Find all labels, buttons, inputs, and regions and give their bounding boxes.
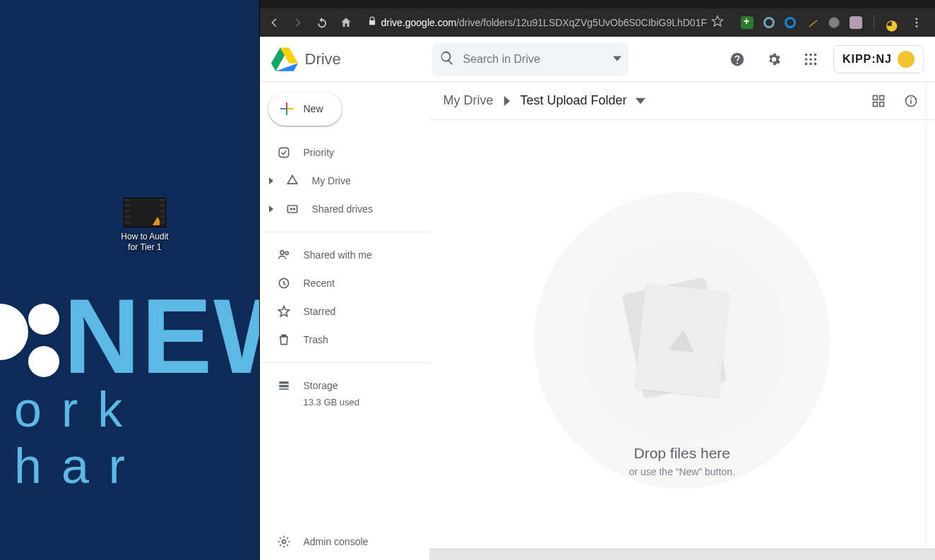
svg-point-2	[916, 25, 918, 28]
svg-point-26	[282, 540, 285, 544]
sidebar-item-admin-console[interactable]: Admin console	[260, 528, 429, 556]
org-brand-label: KIPP:NJ	[842, 53, 892, 66]
extension-icon-3[interactable]	[785, 17, 796, 28]
breadcrumb-current[interactable]: Test Upload Folder	[520, 93, 627, 108]
my-drive-icon	[285, 174, 299, 188]
sidebar-item-starred[interactable]: Starred	[260, 297, 429, 326]
browser-menu-button[interactable]	[908, 14, 925, 31]
sidebar-item-label: Recent	[304, 278, 335, 289]
sidebar-item-label: Starred	[304, 306, 336, 317]
plus-icon	[278, 100, 295, 117]
new-button[interactable]: New	[268, 92, 342, 126]
svg-point-7	[809, 58, 812, 61]
svg-point-5	[814, 53, 816, 56]
tab-strip[interactable]	[260, 0, 936, 8]
extensions-row: ⟋ ◕	[737, 14, 929, 31]
sidebar-item-label: Storage	[304, 380, 338, 391]
bookmark-star-icon[interactable]	[711, 15, 724, 30]
trash-icon	[277, 333, 291, 347]
sidebar-item-label: Trash	[304, 334, 328, 345]
search-bar[interactable]	[432, 43, 629, 76]
horizontal-scrollbar[interactable]	[429, 549, 936, 560]
empty-state[interactable]: Drop files here or use the “New” button.	[429, 120, 936, 549]
svg-rect-14	[280, 108, 286, 109]
svg-point-6	[805, 58, 808, 61]
nav-reload-button[interactable]	[314, 14, 330, 31]
sidebar-item-label: Shared with me	[304, 249, 372, 261]
svg-rect-23	[279, 381, 288, 383]
view-details-button[interactable]	[898, 88, 924, 114]
sidebar-item-trash[interactable]: Trash	[260, 326, 429, 354]
svg-point-11	[814, 62, 816, 65]
extension-icon-6[interactable]	[850, 16, 862, 29]
search-icon	[439, 50, 455, 68]
desktop-wallpaper-area: NEW ork har How to Audit for Tier 1	[0, 0, 259, 560]
drive-logo[interactable]: Drive	[271, 47, 424, 71]
chevron-right-icon	[502, 96, 512, 106]
sidebar-item-label: Shared drives	[312, 203, 373, 215]
sidebar-item-recent[interactable]: Recent	[260, 269, 429, 297]
svg-point-4	[809, 53, 812, 56]
sidebar-item-priority[interactable]: Priority	[260, 138, 429, 167]
sidebar-item-shared-with-me[interactable]: Shared with me	[260, 241, 429, 269]
svg-point-21	[285, 251, 288, 254]
google-apps-grid-button[interactable]	[797, 45, 825, 73]
drive-body: New Priority My Drive Shared drives	[260, 82, 936, 560]
sidebar-item-my-drive[interactable]: My Drive	[260, 167, 429, 195]
svg-rect-16	[279, 148, 288, 157]
new-button-label: New	[304, 103, 323, 114]
support-help-button[interactable]	[723, 45, 751, 73]
lock-icon	[367, 16, 377, 29]
breadcrumb-root[interactable]: My Drive	[443, 93, 494, 108]
empty-state-subtitle: or use the “New” button.	[629, 466, 735, 477]
sidebar: New Priority My Drive Shared drives	[260, 82, 429, 560]
caret-right-icon	[267, 205, 275, 213]
storage-usage-text: 13.3 GB used	[260, 397, 429, 407]
org-brand-pill[interactable]: KIPP:NJ	[833, 45, 924, 73]
extension-icon-1[interactable]	[741, 16, 754, 29]
address-bar[interactable]: drive.google.com/drive/folders/12u91LSDX…	[362, 12, 730, 33]
caret-right-icon	[267, 177, 275, 184]
svg-point-3	[805, 53, 808, 56]
sidebar-item-shared-drives[interactable]: Shared drives	[260, 195, 429, 223]
svg-rect-30	[880, 102, 884, 106]
search-options-dropdown[interactable]	[613, 53, 621, 66]
storage-icon	[277, 379, 291, 393]
extension-separator	[874, 16, 874, 30]
svg-rect-24	[279, 385, 288, 387]
svg-point-0	[916, 18, 918, 20]
desktop-file-icon[interactable]: How to Audit for Tier 1	[106, 198, 184, 253]
chevron-down-icon[interactable]	[636, 96, 645, 106]
drive-triangle-icon	[668, 328, 696, 352]
admin-gear-icon	[277, 535, 291, 549]
user-avatar-icon	[898, 51, 915, 68]
wallpaper-text-1: NEW	[64, 275, 259, 398]
main-panel: My Drive Test Upload Folder Drop files h…	[429, 82, 936, 560]
svg-point-9	[805, 62, 808, 65]
view-grid-toggle-button[interactable]	[866, 88, 891, 114]
extension-icon-5[interactable]	[828, 17, 840, 28]
nav-forward-button[interactable]	[290, 14, 306, 31]
settings-gear-button[interactable]	[760, 45, 788, 73]
svg-rect-15	[287, 108, 293, 109]
svg-rect-33	[910, 97, 912, 99]
search-input[interactable]	[463, 53, 605, 66]
sidebar-item-label: My Drive	[312, 175, 351, 186]
empty-state-title: Drop files here	[633, 445, 730, 462]
sidebar-item-storage[interactable]: Storage	[260, 371, 429, 400]
drive-logo-icon	[271, 47, 298, 71]
browser-window: drive.google.com/drive/folders/12u91LSDX…	[259, 0, 936, 560]
svg-rect-25	[279, 388, 288, 390]
empty-state-graphic	[534, 192, 830, 489]
svg-point-20	[280, 251, 284, 254]
extension-icon-4[interactable]: ⟋	[806, 16, 818, 29]
star-icon	[277, 304, 291, 318]
priority-icon	[277, 145, 291, 160]
svg-point-18	[290, 208, 292, 210]
profile-avatar-icon[interactable]: ◕	[886, 16, 898, 29]
shared-drives-icon	[285, 202, 299, 216]
nav-back-button[interactable]	[266, 14, 282, 31]
browser-toolbar: drive.google.com/drive/folders/12u91LSDX…	[260, 8, 936, 37]
nav-home-button[interactable]	[338, 14, 355, 31]
extension-icon-2[interactable]	[763, 17, 775, 28]
